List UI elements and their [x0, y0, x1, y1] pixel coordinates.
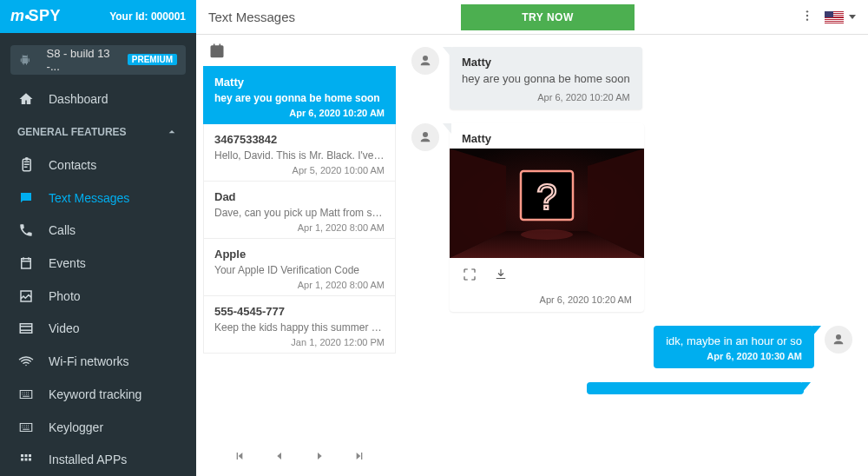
home-icon	[17, 90, 35, 108]
phone-icon	[17, 221, 35, 239]
more-menu-icon[interactable]	[800, 9, 814, 26]
content-area: Mattyhey are you gonna be home soonApr 6…	[196, 35, 868, 476]
svg-point-2	[806, 18, 808, 20]
message-incoming: Matty hey are you gonna be home soon Apr…	[411, 47, 852, 109]
nav-label: Events	[49, 256, 86, 270]
nav-label: Wi-Fi networks	[49, 354, 129, 368]
message-time: Apr 6, 2020 10:20 AM	[450, 92, 642, 109]
section-label: GENERAL FEATURES	[17, 126, 127, 138]
thread-list-column: Mattyhey are you gonna be home soonApr 6…	[196, 35, 396, 476]
svg-point-1	[806, 14, 808, 16]
premium-badge: PREMIUM	[128, 54, 177, 65]
nav-label: Keyword tracking	[49, 387, 141, 401]
thread-sender: 3467533842	[214, 133, 385, 146]
thread-time: Apr 5, 2020 10:00 AM	[214, 165, 385, 175]
expand-button[interactable]	[462, 267, 477, 286]
user-id-label: Your Id: 000001	[109, 10, 186, 23]
message-outgoing: idk, maybe in an hour or so Apr 6, 2020 …	[411, 326, 852, 368]
message-time: Apr 6, 2020 10:20 AM	[450, 294, 644, 312]
message-bubble: idk, maybe in an hour or so Apr 6, 2020 …	[654, 326, 814, 368]
nav-text-messages[interactable]: Text Messages	[0, 182, 196, 215]
nav-video[interactable]: Video	[0, 313, 196, 346]
grid-icon	[17, 451, 35, 468]
keyboard-icon	[17, 386, 35, 403]
nav-contacts[interactable]: Contacts	[0, 149, 196, 182]
chat-column[interactable]: Matty hey are you gonna be home soon Apr…	[396, 35, 868, 476]
thread-item[interactable]: AppleYour Apple ID Verification CodeApr …	[203, 239, 396, 296]
thread-item[interactable]: DadDave, can you pick up Matt from schoo…	[203, 182, 396, 239]
thread-sender: Dad	[214, 190, 385, 203]
message-sender: Matty	[450, 47, 642, 72]
main-area: Text Messages TRY NOW Mattyhey ar	[196, 0, 868, 476]
thread-time: Jan 1, 2020 12:00 PM	[214, 337, 385, 347]
nav-installed-apps[interactable]: Installed APPs	[0, 443, 196, 476]
nav-label: Video	[49, 321, 80, 335]
nav-keylogger[interactable]: Keylogger	[0, 411, 196, 444]
section-general-features[interactable]: GENERAL FEATURES	[0, 116, 196, 149]
nav-label: Photo	[49, 289, 81, 303]
nav-label: Dashboard	[49, 92, 108, 106]
nav-keyword-tracking[interactable]: Keyword tracking	[0, 378, 196, 411]
message-outgoing	[411, 382, 852, 394]
nav-photo[interactable]: Photo	[0, 280, 196, 313]
message-bubble-partial	[587, 382, 804, 394]
svg-point-0	[806, 10, 808, 12]
message-text: hey are you gonna be home soon	[450, 72, 642, 92]
message-sender: Matty	[450, 123, 644, 149]
nav-label: Installed APPs	[49, 453, 127, 466]
thread-preview: Dave, can you pick up Matt from schoo...	[214, 207, 385, 219]
thread-sender: Matty	[214, 76, 385, 89]
message-bubble: Matty	[450, 123, 644, 312]
avatar[interactable]	[825, 326, 852, 354]
thread-preview: Keep the kids happy this summer with ...	[214, 321, 385, 334]
message-time: Apr 6, 2020 10:30 AM	[654, 351, 814, 368]
wifi-icon	[17, 353, 35, 370]
calendar-icon	[17, 255, 35, 272]
message-text: idk, maybe in an hour or so	[654, 326, 814, 351]
device-selector[interactable]: S8 - build 13 -... PREMIUM	[10, 45, 186, 75]
nav-label: Keylogger	[49, 420, 103, 434]
message-bubble: Matty hey are you gonna be home soon Apr…	[450, 47, 642, 109]
mms-image[interactable]: ?	[450, 149, 644, 258]
nav-label: Text Messages	[49, 191, 129, 205]
nav-dashboard[interactable]: Dashboard	[0, 83, 196, 116]
chevron-up-icon	[165, 125, 179, 139]
pager-first[interactable]	[233, 449, 247, 466]
thread-pager	[203, 438, 396, 476]
clipboard-icon	[17, 156, 35, 174]
thread-time: Apr 1, 2020 8:00 AM	[214, 222, 385, 233]
try-now-button[interactable]: TRY NOW	[461, 4, 635, 30]
pager-prev[interactable]	[273, 449, 286, 466]
nav-calls[interactable]: Calls	[0, 214, 196, 247]
topbar: Text Messages TRY NOW	[196, 0, 868, 35]
pager-next[interactable]	[312, 449, 326, 466]
thread-item[interactable]: 555-4545-777Keep the kids happy this sum…	[203, 296, 396, 354]
avatar[interactable]	[411, 47, 439, 75]
thread-item[interactable]: Mattyhey are you gonna be home soonApr 6…	[203, 66, 396, 124]
locale-selector[interactable]	[825, 11, 856, 23]
thread-item[interactable]: 3467533842Hello, David. This is Mr. Blac…	[203, 124, 396, 182]
sidebar: mSPY Your Id: 000001 S8 - build 13 -... …	[0, 0, 196, 476]
thread-time: Apr 1, 2020 8:00 AM	[214, 280, 385, 290]
nav-label: Contacts	[49, 158, 96, 172]
sidebar-header: mSPY Your Id: 000001	[0, 0, 196, 33]
nav-wifi[interactable]: Wi-Fi networks	[0, 345, 196, 378]
android-icon	[19, 54, 31, 66]
thread-time: Apr 6, 2020 10:20 AM	[214, 108, 385, 118]
thread-sender: 555-4545-777	[214, 305, 385, 318]
pager-last[interactable]	[352, 449, 366, 466]
thread-preview: Your Apple ID Verification Code	[214, 264, 385, 276]
svg-text:?: ?	[536, 176, 556, 217]
thread-preview: Hello, David. This is Mr. Black. I've no…	[214, 149, 385, 162]
date-filter[interactable]	[196, 35, 396, 66]
mms-actions	[450, 258, 644, 294]
message-incoming-mms: Matty	[411, 123, 852, 312]
nav-events[interactable]: Events	[0, 247, 196, 280]
avatar[interactable]	[411, 123, 439, 151]
page-title: Text Messages	[208, 10, 295, 24]
image-icon	[17, 288, 35, 305]
download-button[interactable]	[493, 267, 509, 286]
svg-point-9	[521, 229, 573, 240]
nav-label: Calls	[49, 223, 76, 237]
device-label: S8 - build 13 -...	[47, 47, 124, 73]
